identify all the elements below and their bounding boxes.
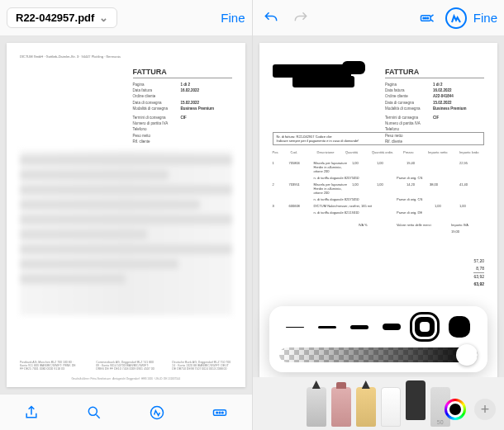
stroke-width-3[interactable] [350, 325, 368, 329]
table-row: IVA %Valore netto delle merciImporto IVA [273, 223, 485, 227]
stroke-width-row [279, 316, 478, 338]
file-chip[interactable]: R22-042957.pdf ⌄ [7, 7, 117, 28]
stroke-width-6[interactable] [449, 316, 470, 338]
chevron-down-icon: ⌄ [99, 12, 108, 24]
svg-point-9 [427, 17, 429, 19]
more-icon[interactable] [208, 401, 231, 424]
opacity-thumb[interactable] [456, 344, 478, 366]
markup-pane: Fine FATTURA Pagina1 di 2 Data fattura16… [253, 0, 505, 430]
redaction-stroke [342, 61, 365, 74]
table-body: 1705804Miscela per lapanature Herdin in … [273, 158, 485, 236]
opacity-slider[interactable] [279, 347, 478, 362]
marker-tool-selected[interactable] [406, 380, 426, 420]
stroke-width-4[interactable] [383, 324, 401, 330]
highlighter-tool[interactable] [331, 387, 351, 427]
table-row: n. di tariffa doganale 82075050Paese di … [273, 176, 485, 180]
table-row: n. di tariffa doganale 82075050Paese di … [273, 197, 485, 201]
pdf-page[interactable]: DICTUM GmbH · Gottlieb-Daimler-Str. 3 · … [7, 43, 245, 387]
svg-point-8 [425, 17, 426, 19]
blurred-content [20, 150, 232, 315]
table-row: 3600608DICTUM Nakiri/messer, rostfrei, 1… [273, 204, 485, 208]
undo-icon[interactable] [259, 7, 283, 30]
markup-document-area: FATTURA Pagina1 di 2 Data fattura16.02.2… [253, 36, 505, 430]
ruler-value: 50 [437, 419, 444, 425]
redo-icon [289, 7, 312, 30]
reference-box: Nr. di fattura: R22-042957 Codice clie: … [273, 132, 485, 145]
table-row: 2703951Miscela per lapanature Herdin in … [273, 182, 485, 195]
filename: R22-042957.pdf [16, 12, 94, 24]
svg-point-3 [216, 412, 218, 413]
markup-toolbar: Fine [253, 0, 505, 36]
invoice-title: FATTURA [385, 68, 484, 78]
svg-point-0 [89, 407, 97, 415]
stroke-options-panel [269, 306, 488, 372]
pen-tool[interactable] [307, 387, 326, 427]
document-area: DICTUM GmbH · Gottlieb-Daimler-Str. 3 · … [0, 36, 252, 394]
stroke-width-2[interactable] [318, 326, 336, 328]
footer-line: Geschäftsführer: Petra Steinbeisser · Am… [7, 377, 245, 380]
color-picker-icon[interactable] [445, 399, 466, 420]
grand-totals: 57,20 8,78 63,92 63,92 [473, 258, 484, 288]
table-row: n. di tariffa doganale 82119310Paese di … [273, 210, 485, 215]
svg-point-5 [222, 412, 224, 413]
table-row: 19,00 [273, 229, 485, 234]
autoshape-icon[interactable] [445, 7, 467, 29]
table-row: 1705804Miscela per lapanature Herdin in … [273, 161, 485, 173]
table-header: Pos Cod. Descrizione Quantità Quantità o… [273, 150, 485, 154]
redaction-stroke [292, 76, 354, 87]
pencil-tool[interactable] [356, 387, 376, 427]
stroke-width-1[interactable] [286, 327, 304, 328]
bottom-toolbar [0, 394, 252, 430]
markup-icon[interactable] [145, 401, 169, 424]
search-icon[interactable] [83, 401, 106, 424]
share-icon[interactable] [20, 401, 43, 424]
done-button[interactable]: Fine [473, 11, 497, 25]
annotate-icon[interactable] [416, 7, 439, 30]
opacity-slider-row [279, 347, 478, 362]
invoice-block: FATTURA Pagina1 di 2 Data fattura16.02.2… [133, 68, 232, 144]
tools-tray: 50 + [253, 377, 505, 430]
done-button[interactable]: Fine [221, 11, 245, 25]
svg-point-4 [220, 412, 221, 413]
viewer-pane: R22-042957.pdf ⌄ Fine DICTUM GmbH · Gott… [0, 0, 253, 430]
svg-point-7 [423, 17, 425, 19]
viewer-toolbar: R22-042957.pdf ⌄ Fine [0, 0, 252, 36]
invoice-title: FATTURA [133, 68, 232, 78]
stroke-width-5-selected[interactable] [415, 317, 435, 337]
eraser-tool[interactable] [381, 387, 401, 427]
add-tool-icon[interactable]: + [474, 399, 496, 420]
sender-line: DICTUM GmbH · Gottlieb-Daimler-Str. 3 · … [20, 54, 232, 59]
page-footer: Postbank AG, München BLZ 700 100 80 · Ko… [20, 361, 232, 371]
